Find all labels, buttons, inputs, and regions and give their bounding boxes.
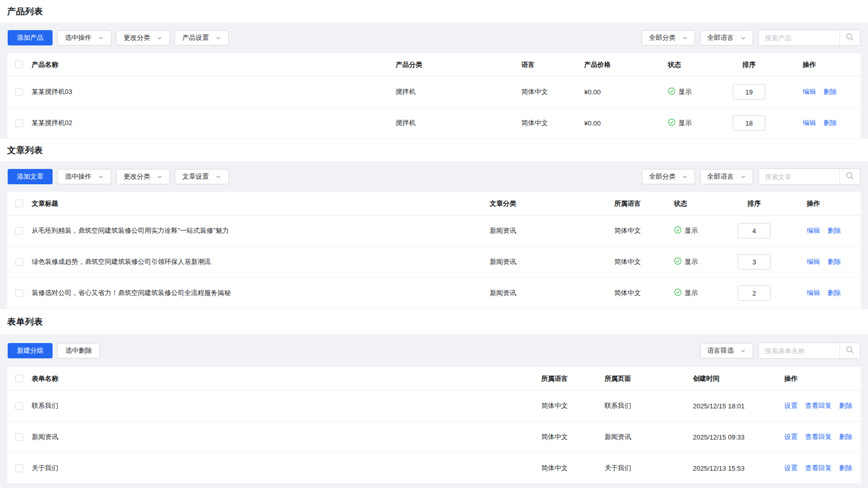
article-col-category: 文章分类 — [490, 199, 614, 208]
product-search-input[interactable] — [759, 30, 839, 45]
product-col-category: 产品分类 — [396, 60, 521, 69]
form-created-time: 2025/12/15 18:01 — [693, 402, 782, 410]
article-title: 从毛坯到精装，鼎筑空间建筑装修公司用实力诠释"一站式装修"魅力 — [32, 226, 490, 235]
row-checkbox[interactable] — [15, 119, 23, 127]
form-section: 表单列表 新建分组 选中删除 语言筛选 表单名称 所属语言 所属页面 创建时间 … — [0, 309, 868, 484]
status-badge: 显示 — [679, 87, 692, 96]
article-title: 装修选对公司，省心又省力！鼎筑空间建筑装修公司全流程服务揭秘 — [32, 288, 490, 298]
product-section: 产品列表 添加产品 选中操作 更改分类 产品设置 全部分类 全部语言 — [0, 0, 868, 139]
delete-link[interactable]: 删除 — [839, 433, 852, 441]
delete-link[interactable]: 删除 — [839, 402, 852, 409]
article-language: 简体中文 — [614, 288, 674, 298]
form-language-filter-label: 语言筛选 — [707, 346, 734, 355]
form-name: 新闻资讯 — [32, 432, 541, 442]
article-toolbar: 添加文章 选中操作 更改分类 文章设置 全部分类 全部语言 — [0, 161, 868, 192]
form-select-all-checkbox[interactable] — [15, 375, 23, 382]
product-col-sort: 排序 — [733, 60, 765, 69]
sort-input[interactable] — [733, 115, 765, 131]
row-checkbox[interactable] — [15, 289, 23, 297]
article-section: 文章列表 添加文章 选中操作 更改分类 文章设置 全部分类 全部语言 — [0, 139, 868, 309]
settings-link[interactable]: 设置 — [784, 464, 798, 472]
product-category-filter-dropdown[interactable]: 全部分类 — [642, 30, 695, 45]
edit-link[interactable]: 编辑 — [803, 119, 816, 127]
product-selected-actions-dropdown[interactable]: 选中操作 — [57, 30, 111, 45]
sort-input[interactable] — [738, 285, 770, 301]
article-col-sort: 排序 — [738, 199, 770, 208]
edit-link[interactable]: 编辑 — [807, 258, 820, 265]
delete-link[interactable]: 删除 — [828, 258, 841, 265]
sort-input[interactable] — [738, 223, 770, 238]
product-settings-dropdown[interactable]: 产品设置 — [175, 30, 229, 45]
form-search-input[interactable] — [759, 343, 839, 358]
product-search-button[interactable] — [839, 30, 860, 45]
product-toolbar: 添加产品 选中操作 更改分类 产品设置 全部分类 全部语言 — [0, 22, 868, 53]
status-visible-icon — [674, 257, 682, 266]
product-search — [758, 30, 860, 46]
article-settings-dropdown[interactable]: 文章设置 — [175, 169, 229, 184]
product-col-language: 语言 — [521, 60, 584, 69]
table-row: 某某搅拌机03 搅拌机 简体中文 ¥0.00 显示 编辑 删除 — [7, 77, 861, 108]
article-language-filter-dropdown[interactable]: 全部语言 — [700, 169, 753, 184]
article-col-title: 文章标题 — [32, 199, 490, 208]
delete-link[interactable]: 删除 — [839, 464, 852, 472]
article-change-category-label: 更改分类 — [124, 172, 150, 181]
article-language-filter-label: 全部语言 — [707, 172, 734, 181]
row-checkbox[interactable] — [15, 258, 23, 266]
status-badge: 显示 — [685, 226, 698, 235]
form-col-actions: 操作 — [782, 374, 861, 383]
settings-link[interactable]: 设置 — [784, 402, 798, 409]
chevron-down-icon — [157, 35, 162, 41]
row-checkbox[interactable] — [15, 402, 23, 410]
form-page: 联系我们 — [605, 401, 693, 410]
delete-link[interactable]: 删除 — [824, 88, 837, 95]
article-language: 简体中文 — [614, 257, 674, 266]
settings-link[interactable]: 设置 — [784, 433, 798, 441]
delete-selected-button[interactable]: 选中删除 — [57, 343, 100, 358]
view-replies-link[interactable]: 查看回复 — [805, 402, 832, 409]
edit-link[interactable]: 编辑 — [807, 289, 820, 297]
row-checkbox[interactable] — [15, 227, 23, 235]
sort-input[interactable] — [738, 254, 770, 270]
form-page: 关于我们 — [605, 463, 693, 473]
product-select-all-checkbox[interactable] — [15, 61, 23, 68]
product-col-actions: 操作 — [792, 60, 861, 69]
status-visible-icon — [668, 87, 676, 96]
product-change-category-dropdown[interactable]: 更改分类 — [116, 30, 170, 45]
delete-link[interactable]: 删除 — [828, 227, 841, 234]
product-language-filter-dropdown[interactable]: 全部语言 — [700, 30, 753, 45]
article-col-language: 所属语言 — [614, 199, 674, 208]
article-search-input[interactable] — [759, 169, 839, 184]
article-category: 新闻资讯 — [490, 257, 614, 266]
form-language-filter-dropdown[interactable]: 语言筛选 — [700, 343, 753, 358]
view-replies-link[interactable]: 查看回复 — [805, 433, 832, 441]
row-checkbox[interactable] — [15, 88, 23, 96]
form-language: 简体中文 — [541, 463, 605, 473]
product-change-category-label: 更改分类 — [124, 33, 150, 42]
add-product-button[interactable]: 添加产品 — [8, 30, 53, 45]
delete-link[interactable]: 删除 — [828, 289, 841, 297]
article-list-title: 文章列表 — [7, 144, 43, 156]
article-search-button[interactable] — [839, 169, 860, 184]
edit-link[interactable]: 编辑 — [803, 88, 816, 95]
table-row: 装修选对公司，省心又省力！鼎筑空间建筑装修公司全流程服务揭秘 新闻资讯 简体中文… — [7, 278, 861, 309]
row-checkbox[interactable] — [15, 433, 23, 441]
table-row: 联系我们 简体中文 联系我们 2025/12/15 18:01 设置 查看回复 … — [7, 391, 861, 422]
article-select-all-checkbox[interactable] — [15, 200, 23, 207]
article-col-actions: 操作 — [797, 199, 861, 208]
chevron-down-icon — [740, 348, 746, 354]
article-selected-actions-dropdown[interactable]: 选中操作 — [57, 169, 111, 184]
new-group-button[interactable]: 新建分组 — [8, 343, 53, 358]
form-search-button[interactable] — [839, 343, 860, 358]
row-checkbox[interactable] — [15, 465, 23, 472]
product-name: 某某搅拌机02 — [32, 118, 396, 128]
article-category-filter-dropdown[interactable]: 全部分类 — [642, 169, 695, 184]
add-article-button[interactable]: 添加文章 — [8, 169, 53, 184]
form-table: 表单名称 所属语言 所属页面 创建时间 操作 联系我们 简体中文 联系我们 20… — [7, 367, 861, 484]
article-change-category-dropdown[interactable]: 更改分类 — [116, 169, 170, 184]
sort-input[interactable] — [733, 84, 765, 100]
view-replies-link[interactable]: 查看回复 — [805, 464, 832, 472]
edit-link[interactable]: 编辑 — [807, 227, 820, 234]
delete-link[interactable]: 删除 — [824, 119, 837, 127]
article-settings-label: 文章设置 — [182, 172, 209, 181]
article-search — [758, 168, 860, 185]
